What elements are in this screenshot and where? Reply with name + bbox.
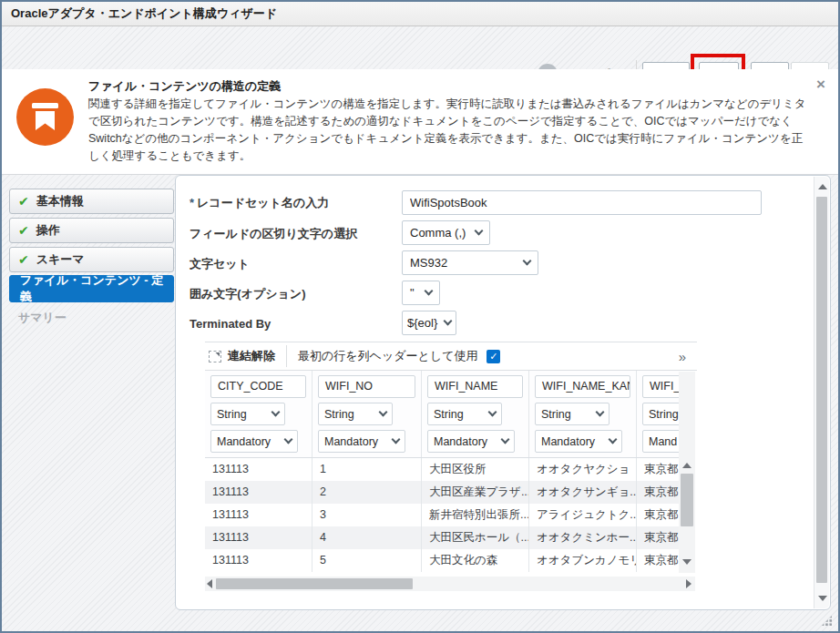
chevron-down-icon [488, 408, 497, 417]
detach-label: 連結解除 [228, 348, 275, 364]
table-cell: 131113 [205, 526, 312, 549]
action-bar: ヘルプ < 戻る 次 > 取消 完了 [2, 26, 838, 69]
sidebar-item-operation[interactable]: ✔ 操作 [9, 218, 174, 243]
recordset-name-input[interactable] [402, 190, 762, 215]
column-type-select[interactable]: String [318, 403, 393, 425]
column-name-field[interactable]: WIFI_ [642, 375, 679, 398]
column-type-select[interactable]: String [210, 403, 285, 425]
table-cell: 131113 [205, 504, 312, 526]
sidebar-item-basic-info[interactable]: ✔ 基本情報 [9, 189, 174, 214]
check-icon: ✔ [18, 195, 29, 208]
table-cell: オオタクサンギョ... [529, 481, 637, 504]
scrollbar-thumb[interactable] [816, 197, 827, 583]
first-row-header-label: 最初の行を列ヘッダーとして使用 [298, 348, 477, 364]
first-row-header-checkbox[interactable]: ✓ [487, 350, 500, 363]
chevron-down-icon [475, 227, 484, 236]
resize-grip[interactable] [821, 615, 833, 627]
column-required-select[interactable]: Mandatory [535, 430, 622, 453]
chevron-down-icon [379, 408, 388, 417]
charset-value: MS932 [410, 256, 447, 270]
table-row[interactable]: 131113 5 大田文化の森 オオタブンカノモリ 東京都 [205, 549, 679, 572]
check-icon: ✔ [18, 253, 29, 266]
column-type-select[interactable]: String [535, 403, 610, 425]
main-panel: *レコードセット名の入力 フィールドの区切り文字の選択 Comma (,) 文字… [175, 175, 831, 610]
chevron-down-icon [523, 257, 532, 266]
scroll-right-icon[interactable] [686, 579, 691, 588]
column-name-field[interactable]: WIFI_NO [318, 375, 415, 398]
panel-vertical-scrollbar[interactable] [814, 177, 829, 608]
column-header: WIFI_NAME String Mandatory [422, 371, 529, 457]
page-title: ファイル・コンテンツの構造の定義 [88, 78, 281, 95]
required-mark: * [190, 196, 194, 209]
column-type-select[interactable]: String [427, 403, 502, 425]
column-required-select[interactable]: Mandatory [318, 430, 405, 453]
column-header: WIFI_ String Mand [637, 371, 679, 457]
table-horizontal-scrollbar[interactable] [205, 577, 695, 591]
scrollbar-thumb[interactable] [681, 474, 693, 526]
column-required-select[interactable]: Mandatory [210, 430, 298, 453]
detach-button[interactable]: 連結解除 [205, 342, 286, 370]
close-icon[interactable]: × [816, 77, 825, 92]
column-required-select[interactable]: Mand [642, 430, 679, 453]
title-bar: Oracleアダプタ・エンドポイント構成ウィザード [2, 2, 838, 26]
table-cell: 131113 [205, 549, 312, 572]
terminated-by-select[interactable]: ${eol} [402, 311, 456, 335]
table-row[interactable]: 131113 1 大田区役所 オオタクヤクショ 東京都 [205, 458, 679, 481]
table-row[interactable]: 131113 4 大田区民ホール（... オオタクミンホー... 東京都 [205, 526, 679, 549]
page-description: 関連する詳細を指定してファイル・コンテンツの構造を指定します。実行時に読取りまた… [88, 96, 810, 165]
column-name-field[interactable]: WIFI_NAME_KANA [535, 375, 630, 398]
sidebar-item-summary: サマリー [9, 305, 174, 331]
column-header: WIFI_NO String Mandatory [312, 371, 422, 457]
table-cell: オオタクミンホー... [529, 526, 637, 549]
column-header: WIFI_NAME_KANA String Mandatory [529, 371, 637, 457]
detach-icon [209, 351, 221, 362]
field-delimiter-select[interactable]: Comma (,) [402, 220, 490, 245]
scroll-down-icon[interactable] [818, 596, 827, 601]
table-cell: 大田区民ホール（... [422, 526, 529, 549]
table-cell: 4 [312, 526, 422, 549]
enclosure-value: " [410, 286, 415, 300]
scroll-left-icon[interactable] [207, 579, 212, 588]
table-header-row: CITY_CODE String Mandatory WIFI_NO Strin… [205, 371, 679, 458]
sidebar-item-file-contents-definition[interactable]: ファイル・コンテンツ - 定義 [9, 275, 174, 302]
wizard-window: Oracleアダプタ・エンドポイント構成ウィザード ヘルプ < 戻る 次 > 取… [0, 0, 840, 633]
chevron-down-icon [425, 287, 434, 296]
first-row-header-option: 最初の行を列ヘッダーとして使用 ✓ [287, 348, 500, 364]
sidebar-item-label: ファイル・コンテンツ - 定義 [20, 272, 173, 305]
table-cell: 131113 [205, 481, 312, 504]
window-title: Oracleアダプタ・エンドポイント構成ウィザード [11, 5, 277, 22]
scroll-up-icon[interactable] [682, 463, 691, 468]
table-cell: 2 [312, 481, 422, 504]
table-cell: 大田区産業プラザ... [422, 481, 529, 504]
table-cell: オオタクヤクショ [529, 458, 637, 481]
charset-select[interactable]: MS932 [402, 250, 538, 275]
table-row[interactable]: 131113 3 新井宿特別出張所... アライジュクトク... 東京都 [205, 504, 679, 526]
table-cell: 東京都 [637, 481, 679, 504]
scroll-down-icon[interactable] [682, 559, 691, 565]
file-structure-icon [16, 88, 74, 146]
scroll-up-icon[interactable] [818, 184, 827, 189]
column-name-field[interactable]: CITY_CODE [210, 375, 306, 398]
enclosure-select[interactable]: " [402, 281, 440, 305]
sidebar-item-schema[interactable]: ✔ スキーマ [9, 247, 174, 272]
table-cell: 131113 [205, 458, 312, 481]
table-cell: 新井宿特別出張所... [422, 504, 529, 526]
table-cell: 東京都 [637, 549, 679, 572]
chevron-down-icon [501, 435, 510, 444]
terminated-by-label: Terminated By [190, 317, 271, 331]
chevron-down-icon [284, 435, 293, 444]
expand-columns-button[interactable]: » [679, 349, 697, 364]
table-cell: 東京都 [637, 504, 679, 526]
column-type-select[interactable]: String [642, 403, 679, 425]
table-cell: 5 [312, 549, 422, 572]
table-cell: 1 [312, 458, 422, 481]
scrollbar-thumb[interactable] [216, 578, 413, 589]
table-vertical-scrollbar[interactable] [679, 372, 695, 573]
table-cell: 大田区役所 [422, 458, 529, 481]
table-row[interactable]: 131113 2 大田区産業プラザ... オオタクサンギョ... 東京都 [205, 481, 679, 504]
column-name-field[interactable]: WIFI_NAME [427, 375, 523, 398]
page-header: ファイル・コンテンツの構造の定義 関連する詳細を指定してファイル・コンテンツの構… [2, 69, 838, 175]
schema-table: CITY_CODE String Mandatory WIFI_NO Strin… [205, 371, 679, 573]
chevron-down-icon [392, 435, 401, 444]
column-required-select[interactable]: Mandatory [427, 430, 515, 453]
